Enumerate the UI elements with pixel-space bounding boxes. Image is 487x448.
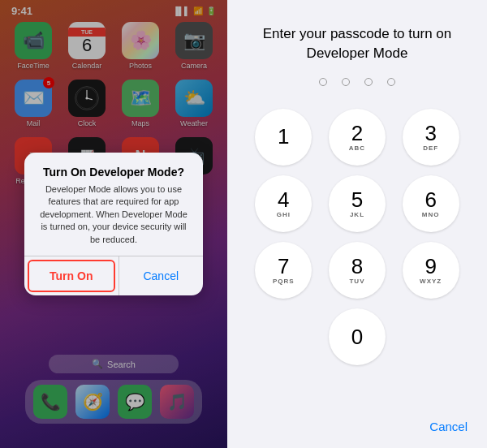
key-7-letters: PQRS — [273, 278, 295, 285]
passcode-dot-3 — [364, 78, 373, 86]
key-7-num: 7 — [278, 256, 289, 277]
key-1-num: 1 — [278, 126, 289, 147]
key-3-num: 3 — [425, 123, 436, 144]
key-5-num: 5 — [351, 189, 363, 210]
key-6-num: 6 — [425, 189, 436, 210]
key-5[interactable]: 5 JKL — [329, 175, 386, 232]
modal-cancel-button[interactable]: Cancel — [119, 256, 204, 295]
key-2-num: 2 — [351, 123, 363, 144]
passcode-title: Enter your passcode to turn onDeveloper … — [247, 24, 468, 63]
modal-buttons: Turn On Cancel — [24, 256, 203, 295]
developer-mode-modal: Turn On Developer Mode? Developer Mode a… — [24, 153, 203, 295]
passcode-dot-2 — [342, 78, 350, 86]
key-9[interactable]: 9 WXYZ — [403, 242, 459, 299]
key-0-num: 0 — [351, 326, 363, 347]
passcode-cancel-button[interactable]: Cancel — [429, 420, 468, 433]
modal-overlay: Turn On Developer Mode? Developer Mode a… — [0, 0, 227, 448]
passcode-panel: Enter your passcode to turn onDeveloper … — [227, 0, 487, 448]
modal-content: Turn On Developer Mode? Developer Mode a… — [24, 153, 203, 256]
key-8-num: 8 — [351, 256, 363, 277]
key-5-letters: JKL — [350, 211, 364, 218]
modal-title: Turn On Developer Mode? — [36, 166, 192, 179]
key-7[interactable]: 7 PQRS — [255, 242, 312, 299]
passcode-dot-4 — [387, 78, 395, 86]
iphone-screen: 9:41 ▐▌▌ 📶 🔋 📹 FaceTime TUE 6 Calendar — [0, 0, 227, 448]
key-6-letters: MNO — [422, 211, 440, 218]
key-6[interactable]: 6 MNO — [403, 175, 459, 232]
key-4[interactable]: 4 GHI — [255, 175, 312, 232]
key-3[interactable]: 3 DEF — [403, 109, 459, 166]
key-4-num: 4 — [278, 189, 289, 210]
passcode-dots — [319, 78, 395, 86]
modal-body: Developer Mode allows you to use feature… — [36, 183, 192, 246]
key-9-letters: WXYZ — [420, 278, 442, 285]
key-9-num: 9 — [425, 256, 436, 277]
key-empty-left — [252, 308, 316, 365]
key-8[interactable]: 8 TUV — [329, 242, 386, 299]
key-4-letters: GHI — [277, 211, 291, 218]
key-1[interactable]: 1 — [255, 109, 312, 166]
key-2-letters: ABC — [349, 144, 365, 152]
key-8-letters: TUV — [349, 278, 364, 285]
key-empty-right — [399, 308, 463, 365]
passcode-keypad: 1 2 ABC 3 DEF 4 GHI 5 JKL 6 MNO 7 — [252, 109, 463, 365]
passcode-dot-1 — [319, 78, 327, 86]
key-0[interactable]: 0 — [329, 308, 386, 365]
turn-on-button[interactable]: Turn On — [28, 260, 115, 292]
key-2[interactable]: 2 ABC — [329, 109, 386, 166]
key-3-letters: DEF — [423, 144, 438, 152]
